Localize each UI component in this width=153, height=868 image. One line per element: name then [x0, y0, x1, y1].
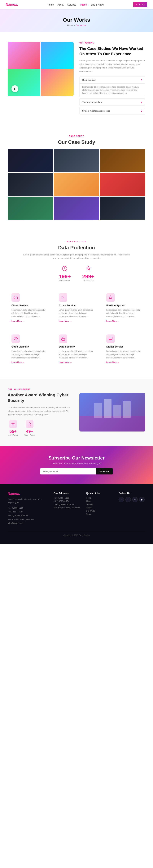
case-img-9	[100, 196, 145, 220]
newsletter-email-input[interactable]	[40, 468, 96, 474]
footer-link-works[interactable]: Our Works	[86, 510, 95, 512]
footer-link-home[interactable]: Home	[86, 497, 91, 499]
footer-link-services[interactable]: Services	[86, 503, 93, 505]
achievement-content: OUR ACHIEVEMENT Another Award Winning Cy…	[8, 389, 74, 436]
works-img-4	[41, 69, 74, 96]
works-content: OUR WORKS The Case Studies We Have Worke…	[79, 42, 145, 116]
case-img-2	[54, 149, 99, 172]
footer-email: gdev@gmail.com	[8, 522, 48, 525]
footer-link-pages[interactable]: Pages	[86, 507, 91, 509]
learn-more-5[interactable]: Learn More →	[59, 361, 94, 364]
case-study-grid	[8, 149, 145, 220]
newsletter-subscribe-button[interactable]: Subscribe	[96, 468, 113, 474]
linkedin-icon[interactable]: in	[132, 497, 138, 502]
feature-title-1: Cloud Service	[11, 304, 47, 307]
stat-icon-1	[59, 266, 71, 272]
feature-card-4: Good Visibility Lorem ipsum dolor sit am…	[8, 331, 50, 367]
footer-link-about[interactable]: About	[86, 500, 91, 502]
social-icons: f t in ▶	[119, 497, 145, 502]
feature-title-5: Data Security	[59, 345, 94, 348]
dp-tag: SAAS SOLUTION	[8, 241, 145, 243]
feature-card-1: Cloud Service Lorem ipsum dolor sit amet…	[8, 289, 50, 326]
footer-col-links: Quick Links Home About Services Pages Ou…	[86, 492, 113, 525]
data-protection-section: SAAS SOLUTION Data Protection Lorem ipsu…	[0, 229, 153, 379]
facebook-icon[interactable]: f	[119, 497, 124, 502]
feature-desc-3: Lorem ipsum dolor sit amet, consectetur …	[106, 308, 142, 318]
nav-pages[interactable]: Pages	[80, 3, 87, 6]
feature-card-2: Cross Service Lorem ipsum dolor sit amet…	[55, 289, 98, 326]
learn-more-1[interactable]: Learn More →	[11, 320, 47, 322]
cloud-service-icon	[11, 293, 20, 302]
accordion-header-2[interactable]: The way we got there ∨	[80, 99, 145, 105]
works-img-3	[8, 69, 40, 96]
accordion-arrow-1: ∧	[141, 79, 143, 82]
stat-icon-2	[82, 266, 94, 272]
footer-col-social: Follow Us f t in ▶	[119, 492, 145, 525]
accordion-header-3[interactable]: System maintenance process ∨	[80, 107, 145, 114]
footer-social-heading: Follow Us	[119, 492, 145, 495]
ach-stat-2: 49+ Yearly Award	[24, 420, 35, 436]
ach-stat-label-2: Yearly Award	[24, 434, 35, 436]
stat-item-2: 299+ Professional	[82, 266, 94, 282]
footer-links-heading: Quick Links	[86, 492, 113, 495]
ach-stat-icon-2	[26, 420, 34, 428]
data-security-icon	[59, 335, 67, 343]
footer-bottom: Copyright © 2023 DALI Design	[8, 531, 145, 536]
breadcrumb-home[interactable]: Home	[67, 24, 73, 27]
stat-label-1: Lorem Ipsum	[59, 280, 71, 282]
feature-desc-6: Lorem ipsum dolor sit amet, consectetur …	[106, 350, 142, 360]
newsletter-form: Subscribe	[40, 468, 113, 474]
learn-more-4[interactable]: Learn More →	[11, 361, 47, 364]
nav-links: Home About Services Pages Blog & News	[48, 3, 104, 6]
accordion-title-1: Our main goal	[82, 79, 95, 81]
footer-phone2: (+01) 426 744 754	[8, 510, 48, 514]
nav-services[interactable]: Services	[67, 3, 76, 6]
svg-rect-5	[62, 339, 65, 340]
svg-marker-3	[109, 296, 112, 299]
nav-logo: Namex.	[6, 3, 18, 7]
play-button[interactable]: ▶	[11, 85, 18, 92]
stat-number-2: 299+	[82, 274, 94, 280]
footer-brand-desc: Lorem ipsum dolor sit amet, consectetur …	[8, 498, 48, 504]
cross-service-icon	[59, 293, 67, 302]
stat-item-1: 199+ Lorem Ipsum	[59, 266, 71, 282]
footer-logo: Namex.	[8, 492, 48, 496]
ach-stat-num-1: 55+	[8, 429, 18, 434]
footer-address-list: (+1) 314 554 7158 (+01) 426 744 754 25 K…	[53, 497, 80, 509]
stat-number-1: 199+	[59, 274, 71, 280]
dp-description: Lorem ipsum dolor sit amet, consectetur …	[23, 253, 130, 260]
nav-blog[interactable]: Blog & News	[90, 3, 104, 6]
footer-link-news[interactable]: News	[86, 513, 91, 515]
twitter-icon[interactable]: t	[125, 497, 131, 502]
achievement-section: OUR ACHIEVEMENT Another Award Winning Cy…	[0, 379, 153, 446]
flexible-system-icon	[106, 293, 115, 302]
accordion-item-3: System maintenance process ∨	[79, 107, 145, 115]
youtube-icon[interactable]: ▶	[139, 497, 145, 502]
accordion-header-1[interactable]: Our main goal ∧	[80, 76, 145, 84]
nav-about[interactable]: About	[58, 3, 64, 6]
works-tag: OUR WORKS	[79, 42, 145, 44]
contact-button[interactable]: Contact	[133, 2, 147, 7]
ach-stat-icon-1	[9, 420, 17, 428]
footer-brand: Namex. Lorem ipsum dolor sit amet, conse…	[8, 492, 48, 525]
nav-home[interactable]: Home	[48, 3, 54, 6]
footer-address: 25 King Street, Suite 33	[8, 514, 48, 518]
navbar: Namex. Home About Services Pages Blog & …	[0, 0, 153, 9]
footer-city: New York NY 10001, New York	[8, 518, 48, 522]
newsletter-description: Lorem ipsum dolor sit amet, consectetur …	[8, 462, 145, 464]
newsletter-section: Subscribe Our Newsletter Lorem ipsum dol…	[0, 446, 153, 484]
learn-more-3[interactable]: Learn More →	[106, 320, 142, 322]
svg-rect-6	[109, 337, 112, 340]
ach-stat-label-1: Client Award	[8, 434, 18, 436]
page-title: Our Works	[4, 17, 149, 23]
feature-card-5: Data Security Lorem ipsum dolor sit amet…	[55, 331, 98, 367]
footer-grid: Namex. Lorem ipsum dolor sit amet, conse…	[8, 492, 145, 525]
learn-more-2[interactable]: Learn More →	[59, 320, 94, 322]
feature-desc-2: Lorem ipsum dolor sit amet, consectetur …	[59, 308, 94, 318]
achievement-description: Lorem ipsum dolor sit amet, consectetur …	[8, 406, 74, 416]
works-description: Lorem ipsum dolor sit amet, consectetur …	[79, 59, 145, 73]
accordion-item-2: The way we got there ∨	[79, 98, 145, 106]
works-heading: The Case Studies We Have Worked On Attes…	[79, 46, 145, 57]
feature-desc-5: Lorem ipsum dolor sit amet, consectetur …	[59, 350, 94, 360]
learn-more-6[interactable]: Learn More →	[106, 361, 142, 364]
